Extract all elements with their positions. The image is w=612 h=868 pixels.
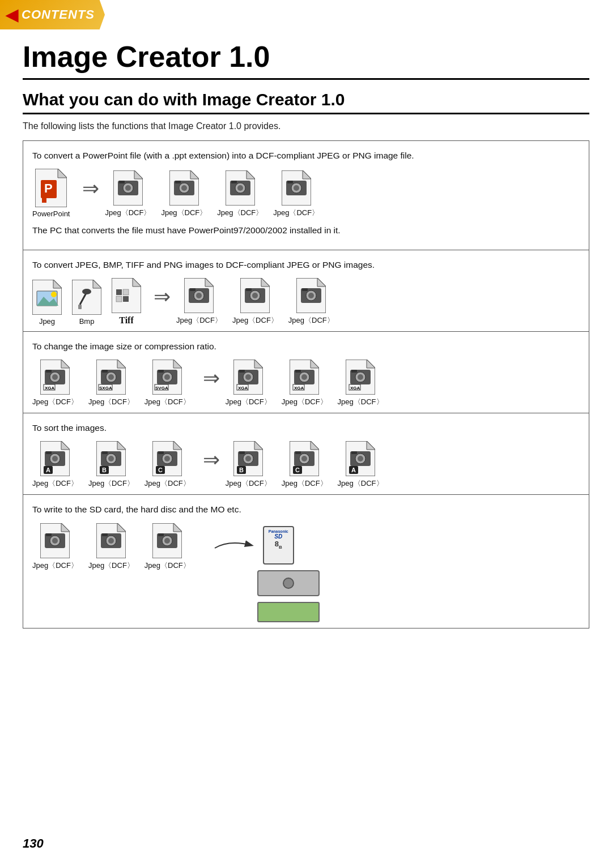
feature-row-write: To write to the SD card, the hard disc a… bbox=[23, 495, 589, 627]
powerpoint-file-icon: P bbox=[35, 169, 67, 207]
sort-a-label: Jpeg〈DCF〉 bbox=[32, 478, 78, 489]
svg-rect-76 bbox=[102, 370, 108, 373]
svg-point-163 bbox=[52, 538, 58, 544]
sort-icon-row: A Jpeg〈DCF〉 B Jpeg〈DCF〉 bbox=[32, 441, 580, 489]
jpeg-dcf-icon-1: Jpeg〈DCF〉 bbox=[105, 170, 151, 218]
bmp-icon-item: Bmp bbox=[72, 280, 101, 326]
page-number: 130 bbox=[23, 836, 44, 851]
svg-rect-100 bbox=[295, 370, 301, 373]
svg-text:C: C bbox=[295, 467, 300, 473]
arrow-right-icon-4: ⇒ bbox=[203, 448, 220, 472]
svg-rect-43 bbox=[116, 296, 122, 302]
jpeg-dcf-label-4: Jpeg〈DCF〉 bbox=[273, 208, 319, 218]
sxga-src-file: SXGA bbox=[96, 360, 126, 395]
svg-text:C: C bbox=[158, 467, 163, 473]
jpeg-dcf-icon-4: Jpeg〈DCF〉 bbox=[273, 170, 319, 218]
xga-dst-file-3: XGA bbox=[346, 360, 375, 395]
convert-dcf-file-1 bbox=[184, 278, 214, 313]
svg-rect-4 bbox=[42, 197, 46, 203]
svg-marker-12 bbox=[190, 170, 199, 179]
hard-drive-icon bbox=[257, 570, 320, 596]
svg-point-169 bbox=[108, 538, 114, 544]
svg-rect-56 bbox=[246, 288, 252, 291]
contents-label: CONTENTS bbox=[22, 7, 95, 22]
feature-row-sort: To sort the images. A Jpeg〈DCF〉 bbox=[23, 413, 589, 495]
svg-point-33 bbox=[51, 292, 57, 297]
svg-point-27 bbox=[294, 185, 299, 191]
svg-marker-24 bbox=[303, 170, 311, 179]
jpeg-dcf-file-icon-4 bbox=[282, 170, 311, 206]
powerpoint-icon-item: P PowerPoint bbox=[32, 169, 70, 218]
svg-marker-30 bbox=[53, 280, 62, 288]
svg-point-91 bbox=[245, 374, 251, 380]
svg-rect-140 bbox=[239, 451, 245, 454]
sorted-c-label: Jpeg〈DCF〉 bbox=[282, 478, 328, 489]
xga-src-file: XGA bbox=[40, 360, 70, 395]
tiff-label: Tiff bbox=[119, 315, 133, 326]
write-src-label-1: Jpeg〈DCF〉 bbox=[32, 561, 78, 571]
sorted-b-file: B bbox=[233, 441, 263, 476]
svg-point-99 bbox=[301, 374, 307, 380]
sorted-a-label: Jpeg〈DCF〉 bbox=[338, 478, 384, 489]
tiff-file-icon bbox=[112, 278, 141, 313]
svg-marker-18 bbox=[246, 170, 255, 179]
xga-dst-file-1: XGA bbox=[233, 360, 263, 395]
feature-text-resize: To change the image size or compression … bbox=[32, 340, 580, 353]
arrow-right-icon-2: ⇒ bbox=[154, 285, 171, 309]
svg-point-55 bbox=[252, 293, 258, 298]
xga-src-label: Jpeg〈DCF〉 bbox=[32, 397, 78, 407]
svg-point-115 bbox=[52, 456, 58, 461]
svg-marker-6 bbox=[134, 170, 143, 179]
svg-point-107 bbox=[358, 374, 363, 380]
svg-marker-104 bbox=[367, 360, 375, 368]
bmp-label: Bmp bbox=[79, 317, 95, 326]
svg-rect-164 bbox=[46, 533, 52, 536]
convert-dcf-label-2: Jpeg〈DCF〉 bbox=[232, 315, 278, 326]
svg-rect-116 bbox=[46, 451, 52, 454]
contents-tab[interactable]: ◀ CONTENTS bbox=[0, 0, 105, 29]
svg-point-175 bbox=[164, 538, 170, 544]
svg-marker-144 bbox=[311, 441, 319, 450]
svg-point-131 bbox=[164, 456, 170, 461]
write-src-label-3: Jpeg〈DCF〉 bbox=[144, 561, 190, 571]
write-src-label-2: Jpeg〈DCF〉 bbox=[88, 561, 134, 571]
mo-drive-icon bbox=[257, 602, 320, 622]
svg-point-155 bbox=[358, 456, 363, 461]
svg-marker-128 bbox=[173, 441, 182, 450]
sd-card-icon: Panasonic SD 8B bbox=[263, 526, 294, 565]
svg-rect-44 bbox=[123, 296, 129, 302]
sort-c-label: Jpeg〈DCF〉 bbox=[144, 478, 190, 489]
svg-text:B: B bbox=[102, 467, 107, 473]
jpeg-dcf-icon-3: Jpeg〈DCF〉 bbox=[217, 170, 263, 218]
jpeg-dcf-label-3: Jpeg〈DCF〉 bbox=[217, 208, 263, 218]
xga-dst-label-1: Jpeg〈DCF〉 bbox=[226, 397, 271, 407]
svg-rect-50 bbox=[190, 288, 196, 291]
svg-marker-112 bbox=[61, 441, 70, 450]
svg-point-123 bbox=[108, 456, 114, 461]
jpeg-dcf-label-1: Jpeg〈DCF〉 bbox=[105, 208, 151, 218]
svg-point-9 bbox=[125, 185, 131, 191]
svg-marker-96 bbox=[311, 360, 319, 368]
powerpoint-label: PowerPoint bbox=[32, 209, 70, 218]
jpeg-file-icon bbox=[32, 280, 62, 315]
feature-text-convert: To convert JPEG, BMP, TIFF and PNG image… bbox=[32, 258, 580, 271]
svg-rect-16 bbox=[175, 181, 181, 183]
write-src-file-2 bbox=[96, 523, 126, 558]
write-src-icon-1: Jpeg〈DCF〉 bbox=[32, 523, 78, 571]
sort-b-icon: B Jpeg〈DCF〉 bbox=[88, 441, 134, 489]
sorted-c-icon: C Jpeg〈DCF〉 bbox=[282, 441, 328, 489]
convert-dcf-label-3: Jpeg〈DCF〉 bbox=[288, 315, 334, 326]
sorted-b-label: Jpeg〈DCF〉 bbox=[226, 478, 271, 489]
svg-rect-68 bbox=[46, 370, 52, 373]
tiff-icon-item: Tiff bbox=[112, 278, 141, 326]
svg-text:SVGA: SVGA bbox=[155, 386, 168, 391]
xga-dst-file-2: XGA bbox=[290, 360, 319, 395]
page-title: Image Creator 1.0 bbox=[23, 40, 589, 80]
sort-a-icon: A Jpeg〈DCF〉 bbox=[32, 441, 78, 489]
svg-point-49 bbox=[196, 293, 202, 298]
svg-marker-152 bbox=[367, 441, 375, 450]
svga-src-file: SVGA bbox=[152, 360, 182, 395]
powerpoint-icon-row: P PowerPoint ⇒ bbox=[32, 169, 580, 218]
sort-c-file: C bbox=[152, 441, 182, 476]
svg-rect-148 bbox=[295, 451, 301, 454]
